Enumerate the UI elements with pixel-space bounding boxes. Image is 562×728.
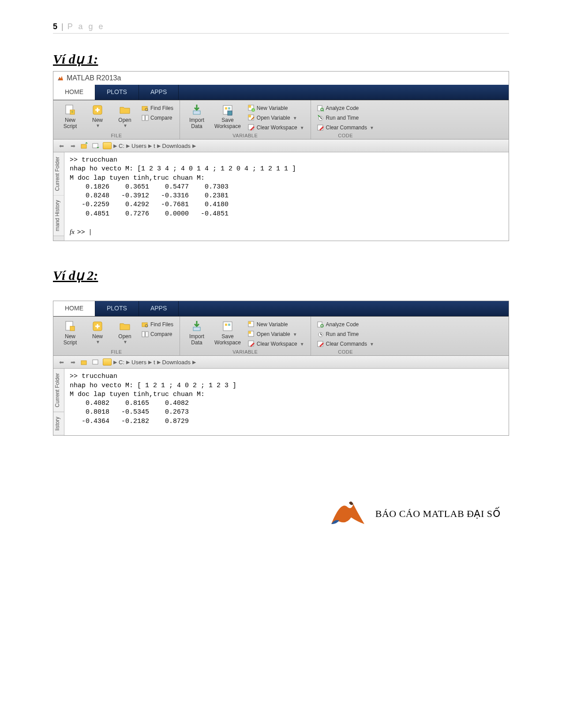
titlebar: MATLAB R2013a — [53, 72, 509, 85]
import-data-button[interactable]: Import Data — [184, 103, 209, 130]
analyze-icon — [317, 321, 324, 328]
analyze-code-button[interactable]: Analyze Code — [315, 104, 376, 113]
svg-rect-12 — [228, 107, 230, 109]
svg-rect-19 — [248, 115, 251, 117]
svg-rect-8 — [146, 115, 148, 121]
svg-rect-38 — [225, 324, 227, 326]
import-icon — [191, 104, 203, 116]
page-sep: | — [60, 22, 65, 31]
file-group-label: FILE — [58, 133, 175, 138]
tab-home[interactable]: HOME — [53, 85, 95, 100]
new-variable-button[interactable]: + New Variable — [246, 104, 306, 113]
current-folder-tab[interactable]: Current Folder — [53, 152, 64, 196]
matlab-window-2: HOME PLOTS APPS New Script New▼ — [53, 301, 509, 436]
footer-text: BÁO CÁO MATLAB ĐẠI SỐ — [375, 508, 500, 520]
page-number: 5 — [53, 22, 57, 31]
back-button-2[interactable]: ⬅ — [57, 358, 66, 366]
clear-commands-button[interactable]: Clear Commands▼ — [315, 123, 376, 132]
analyze-icon — [317, 105, 324, 112]
ribbon-group-file-2: New Script New▼ Open▼ Find Files — [53, 317, 180, 355]
import-data-button-2[interactable]: Import Data — [184, 319, 209, 347]
folder-open-icon — [119, 104, 131, 116]
open-variable-button[interactable]: Open Variable▼ — [246, 113, 306, 122]
run-and-time-button[interactable]: Run and Time — [315, 113, 376, 122]
find-files-button[interactable]: Find Files — [140, 104, 175, 113]
clear-workspace-button-2[interactable]: Clear Workspace▼ — [246, 339, 306, 348]
compare-icon — [142, 331, 149, 338]
new-variable-icon — [248, 321, 255, 328]
ribbon-group-code: Analyze Code Run and Time Clear Commands… — [311, 100, 380, 139]
back-button[interactable]: ⬅ — [57, 141, 66, 150]
new-script-icon — [64, 320, 76, 332]
forward-button[interactable]: ➡ — [68, 141, 77, 150]
variable-group-label: VARIABLE — [184, 133, 306, 138]
new-button[interactable]: New▼ — [85, 103, 110, 129]
folder-icon — [103, 142, 112, 149]
command-history-tab[interactable]: mand History — [53, 196, 64, 236]
open-variable-button-2[interactable]: Open Variable▼ — [246, 330, 306, 339]
open-variable-icon — [248, 114, 255, 121]
new-script-button-2[interactable]: New Script — [58, 319, 82, 347]
matlab-logo-large-icon — [327, 498, 367, 530]
ribbon-group-code-2: Analyze Code Run and Time Clear Commands… — [311, 317, 380, 355]
open-variable-icon — [248, 331, 255, 338]
save-workspace-button[interactable]: Save Workspace — [212, 103, 244, 130]
svg-rect-35 — [146, 332, 148, 337]
compare-button-2[interactable]: Compare — [140, 330, 175, 339]
svg-rect-49 — [81, 361, 86, 365]
breadcrumb[interactable]: ▶ C:▶ Users▶ t▶ Downloads▶ — [103, 142, 196, 149]
folder-icon — [103, 358, 112, 366]
svg-line-6 — [147, 110, 148, 111]
clear-workspace-button[interactable]: Clear Workspace▼ — [246, 123, 306, 132]
ribbon: + New Script New▼ Open▼ Find F — [53, 100, 509, 140]
page-footer: BÁO CÁO MATLAB ĐẠI SỐ — [53, 498, 509, 530]
command-history-tab-2[interactable]: listory — [53, 412, 64, 435]
command-window-2[interactable]: >> trucchuan nhap ho vecto M: [ 1 2 1 ; … — [64, 369, 509, 435]
tab-plots-2[interactable]: PLOTS — [95, 301, 139, 316]
save-workspace-button-2[interactable]: Save Workspace — [212, 319, 244, 347]
svg-rect-30 — [70, 326, 75, 331]
ribbon-group-variable: Import Data Save Workspace + New Variabl… — [180, 100, 311, 139]
up-folder-button[interactable] — [80, 141, 89, 150]
svg-rect-13 — [228, 111, 232, 115]
run-time-icon — [317, 114, 324, 121]
matlab-window-1: MATLAB R2013a HOME PLOTS APPS + New Scri… — [53, 71, 509, 241]
tab-apps-2[interactable]: APPS — [139, 301, 179, 316]
current-folder-tab-2[interactable]: Current Folder — [53, 369, 64, 412]
new-variable-button-2[interactable]: New Variable — [246, 320, 306, 329]
find-files-button-2[interactable]: Find Files — [140, 320, 175, 329]
tab-home-2[interactable]: HOME — [53, 301, 95, 316]
history-dropdown-button-2[interactable] — [91, 358, 100, 366]
new-script-icon: + — [64, 104, 76, 116]
new-button-2[interactable]: New▼ — [85, 319, 110, 345]
import-icon — [191, 320, 203, 332]
history-dropdown-button[interactable] — [91, 141, 100, 150]
svg-line-23 — [323, 110, 324, 111]
command-window[interactable]: >> trucchuan nhap ho vecto M: [1 2 3 4 ;… — [64, 152, 509, 241]
open-button[interactable]: Open▼ — [112, 103, 137, 129]
open-button-2[interactable]: Open▼ — [112, 319, 137, 345]
code-group-label: CODE — [315, 133, 376, 138]
clear-commands-button-2[interactable]: Clear Commands▼ — [315, 339, 376, 348]
save-workspace-icon — [221, 320, 234, 332]
new-script-button[interactable]: + New Script — [58, 103, 82, 130]
tab-apps[interactable]: APPS — [139, 85, 179, 100]
run-and-time-button-2[interactable]: Run and Time — [315, 330, 376, 339]
plus-icon — [91, 320, 104, 332]
ribbon-group-variable-2: Import Data Save Workspace New Variable — [180, 317, 311, 355]
analyze-code-button-2[interactable]: Analyze Code — [315, 320, 376, 329]
up-folder-button-2[interactable] — [80, 358, 89, 366]
tab-plots[interactable]: PLOTS — [95, 85, 139, 100]
compare-button[interactable]: Compare — [140, 113, 175, 122]
clear-workspace-icon — [248, 124, 255, 131]
page-header: 5 | P a g e — [53, 22, 509, 34]
quick-access-toolbar-2: ⬅ ➡ ▶ C:▶ Users▶ t▶ Downloads▶ — [53, 356, 509, 369]
forward-button-2[interactable]: ➡ — [68, 358, 77, 366]
svg-text:+: + — [71, 109, 74, 114]
fx-icon[interactable]: fx — [70, 228, 75, 235]
clear-commands-icon — [317, 124, 324, 131]
breadcrumb-2[interactable]: ▶ C:▶ Users▶ t▶ Downloads▶ — [103, 358, 196, 366]
clear-workspace-icon — [248, 340, 255, 347]
svg-rect-34 — [142, 332, 145, 337]
search-folder-icon — [142, 105, 149, 112]
